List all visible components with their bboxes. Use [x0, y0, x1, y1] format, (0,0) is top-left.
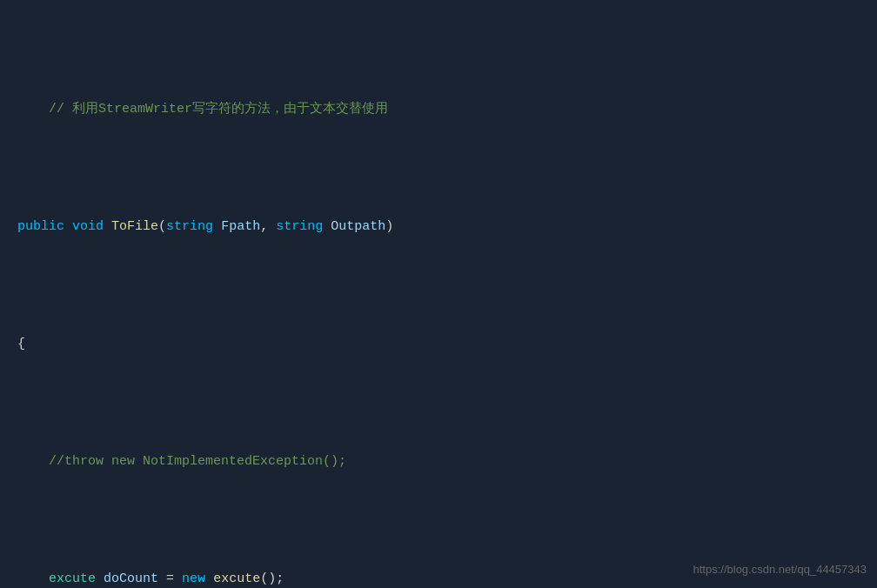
code-content: // 利用StreamWriter写字符的方法，由于文本交替使用 public … [0, 0, 877, 588]
watermark: https://blog.csdn.net/qq_44457343 [693, 558, 867, 581]
code-line-1: // 利用StreamWriter写字符的方法，由于文本交替使用 [17, 97, 877, 121]
code-editor: // 利用StreamWriter写字符的方法，由于文本交替使用 public … [0, 0, 877, 588]
code-line-2: public void ToFile(string Fpath, string … [17, 215, 877, 238]
code-line-4: //throw new NotImplementedException(); [17, 450, 877, 473]
code-line-3: { [17, 332, 877, 356]
